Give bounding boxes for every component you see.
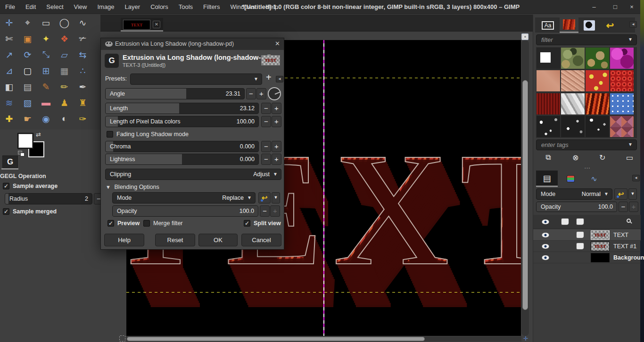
- tool-free-select[interactable]: ∿: [74, 15, 92, 31]
- pattern-magenta-marble[interactable]: [610, 48, 634, 69]
- clipping-combo[interactable]: Clipping Adjust ▼: [105, 169, 281, 180]
- pattern-filter-input[interactable]: filter ▼: [536, 34, 637, 45]
- link-filter-icon[interactable]: [577, 219, 584, 225]
- tool-dodge-burn[interactable]: ◐: [55, 111, 74, 127]
- tool-select-by-color[interactable]: ❖: [55, 31, 74, 47]
- tool-paths[interactable]: ✑: [74, 111, 92, 127]
- lightness-slider[interactable]: Lightness 0.000: [105, 154, 259, 165]
- preview-checkbox[interactable]: ✓ Preview: [107, 220, 140, 227]
- layer-thumbnail[interactable]: [591, 253, 610, 262]
- layer-name[interactable]: Background: [613, 254, 644, 261]
- tool-transform-3d[interactable]: ⊞: [37, 63, 55, 79]
- opacity-decrement-button[interactable]: −: [260, 205, 270, 217]
- tool-crop[interactable]: ✃: [74, 31, 92, 47]
- tool-zoom[interactable]: ⊙: [55, 127, 74, 130]
- menu-colors[interactable]: Colors: [145, 0, 173, 10]
- pattern-sparkle-3[interactable]: [586, 116, 609, 137]
- tool-rectangle-select[interactable]: ▭: [37, 15, 55, 31]
- pattern-green-camo[interactable]: [561, 48, 585, 69]
- image-tab-close-icon[interactable]: ✕: [153, 21, 160, 28]
- layer-thumbnail[interactable]: TEXT: [591, 230, 610, 240]
- angle-increment-button[interactable]: +: [256, 88, 266, 99]
- add-preset-button[interactable]: +: [266, 72, 272, 83]
- lightness-decrement-button[interactable]: −: [261, 154, 271, 165]
- image-tab-thumbnail[interactable]: TEXT: [123, 20, 150, 30]
- split-view-divider[interactable]: [323, 40, 324, 336]
- menu-filters[interactable]: Filters: [198, 0, 225, 10]
- chroma-slider[interactable]: Chroma 0.000: [105, 141, 259, 152]
- pixel-data-colors-decrement-button[interactable]: −: [261, 116, 271, 127]
- fading-mode-checkbox[interactable]: Fading Long Shadow mode: [107, 131, 189, 138]
- layer-row-text[interactable]: TEXTTEXT: [533, 229, 641, 241]
- opacity-increment-button[interactable]: +: [270, 205, 280, 217]
- pattern-argyle[interactable]: [610, 116, 634, 137]
- mode-reset-button[interactable]: ↩: [258, 192, 271, 204]
- layer-mode-reset-button[interactable]: ↩: [614, 188, 627, 200]
- tool-alignment[interactable]: ⌖: [18, 15, 37, 31]
- tool-fuzzy-select[interactable]: ✦: [37, 31, 55, 47]
- default-colors-icon[interactable]: [18, 151, 25, 157]
- quick-mask-toggle[interactable]: [119, 335, 125, 342]
- layer-row-text-1[interactable]: TEXTTEXT #1: [533, 241, 641, 252]
- tool-text[interactable]: A: [0, 127, 18, 130]
- foreground-color-swatch[interactable]: [17, 133, 33, 149]
- tool-handle-transform[interactable]: ∴: [74, 63, 92, 79]
- tool-rotate[interactable]: ⟳: [18, 47, 37, 63]
- layer-opacity-decrement-button[interactable]: −: [619, 202, 628, 212]
- tool-perspective[interactable]: ⊿: [0, 63, 18, 79]
- split-view-checkbox[interactable]: ✓ Split view: [244, 220, 281, 227]
- opacity-slider[interactable]: Opacity 100.0: [112, 205, 258, 217]
- tab-patterns[interactable]: [560, 17, 578, 32]
- menu-view[interactable]: View: [69, 0, 92, 10]
- tool-bucket-fill[interactable]: ◧: [0, 79, 18, 95]
- length-increment-button[interactable]: +: [272, 103, 281, 114]
- tool-fine-brush[interactable]: ╱: [18, 127, 37, 130]
- layer-visibility-eye-icon[interactable]: [542, 244, 549, 249]
- dialog-titlebar[interactable]: Extrusion via Long Shadow (long-shadow-p…: [101, 38, 284, 50]
- tool-cage-transform[interactable]: ▦: [55, 63, 74, 79]
- pattern-strawberry[interactable]: [586, 70, 609, 91]
- layer-link-icon[interactable]: [577, 232, 584, 238]
- menu-edit[interactable]: Edit: [20, 0, 41, 10]
- mode-combo[interactable]: Mode Replace ▼: [112, 192, 256, 204]
- tool-eraser[interactable]: ▬: [37, 95, 55, 111]
- navigation-icon[interactable]: ✛: [522, 335, 529, 342]
- canvas-corner-menu-icon[interactable]: [521, 33, 528, 40]
- tool-scale[interactable]: ⤡: [37, 47, 55, 63]
- layer-visibility-eye-icon[interactable]: [542, 255, 549, 260]
- tab-fonts[interactable]: Aa: [539, 18, 557, 33]
- layer-mode-menu-chevron-icon[interactable]: ▼: [628, 188, 637, 200]
- minimize-button[interactable]: –: [587, 2, 601, 12]
- maximize-button[interactable]: □: [608, 2, 622, 12]
- duplicate-pattern-icon[interactable]: ⧉: [545, 153, 551, 162]
- dialog-close-icon[interactable]: ✕: [275, 40, 280, 47]
- radius-slider[interactable]: Radius 2: [5, 193, 92, 204]
- refresh-patterns-icon[interactable]: ↻: [599, 153, 605, 162]
- layer-row-background[interactable]: Background: [533, 252, 641, 263]
- tool-flip[interactable]: ⇆: [74, 47, 92, 63]
- pattern-red-dots[interactable]: [610, 70, 634, 91]
- layer-name[interactable]: TEXT #1: [613, 243, 636, 250]
- tags-input[interactable]: enter tags ▼: [536, 139, 637, 150]
- tool-measure[interactable]: ∡: [37, 127, 55, 130]
- pattern-clipboard[interactable]: [537, 48, 560, 69]
- pattern-lava[interactable]: [586, 93, 609, 114]
- tab-undo-history[interactable]: ↩: [601, 18, 619, 33]
- tab-gegl-operation[interactable]: G: [2, 155, 18, 168]
- tab-paths[interactable]: ∿: [583, 171, 605, 187]
- pattern-red-fabric[interactable]: [537, 93, 560, 114]
- tool-smudge[interactable]: ☛: [18, 111, 37, 127]
- tool-pencil[interactable]: ✏: [55, 79, 74, 95]
- angle-dial[interactable]: [268, 87, 281, 100]
- close-button[interactable]: ×: [625, 2, 639, 12]
- search-icon[interactable]: [627, 219, 631, 223]
- menu-select[interactable]: Select: [41, 0, 68, 10]
- pattern-gray-blocks[interactable]: [561, 93, 585, 114]
- tab-channels[interactable]: [560, 171, 581, 187]
- pixel-data-colors-increment-button[interactable]: +: [272, 116, 281, 127]
- tool-paintbrush[interactable]: ✎: [37, 79, 55, 95]
- chroma-increment-button[interactable]: +: [272, 141, 281, 152]
- ok-button[interactable]: OK: [198, 234, 238, 246]
- tab-brushes[interactable]: [580, 18, 598, 33]
- tool-move[interactable]: ✛: [0, 15, 18, 31]
